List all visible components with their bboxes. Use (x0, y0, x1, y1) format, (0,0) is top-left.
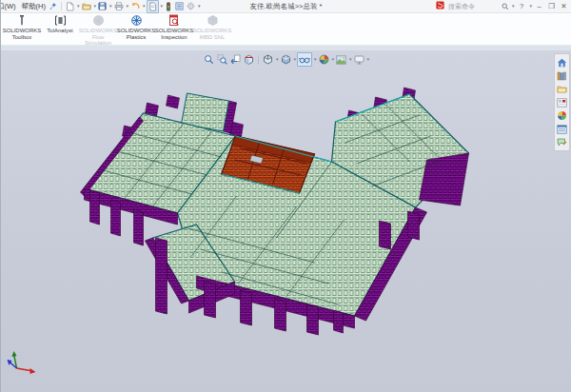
rebuild-traffic-light-button[interactable] (164, 1, 173, 12)
cm-label-line2: Toolbox (12, 34, 32, 41)
mbd-snl-icon (207, 14, 219, 27)
active-document-button[interactable] (147, 0, 159, 13)
new-dropdown-caret[interactable]: ▾ (77, 4, 80, 9)
view-settings-icon (354, 55, 364, 65)
solidworks-resources-button[interactable] (557, 57, 568, 68)
model-3d-view[interactable] (1, 50, 571, 392)
section-view-button[interactable] (243, 53, 255, 66)
properties-window-icon (557, 125, 567, 134)
menu-window[interactable]: 口(W) (0, 2, 19, 11)
save-dropdown-caret[interactable]: ▾ (109, 4, 112, 9)
design-library-button[interactable] (557, 70, 568, 81)
task-pane-toolbar (554, 53, 570, 151)
toolbox-icon (16, 14, 28, 27)
apply-scene-icon (336, 55, 346, 65)
cm-label-line1: TolAnalyst (47, 28, 72, 34)
options-gear-button[interactable] (186, 1, 196, 12)
hide-show-items-button[interactable] (297, 52, 312, 67)
zoom-to-area-icon (217, 54, 227, 65)
standard-toolbar: ▾ ▾ ▾ ▾ ▾ ▾ ▾ (65, 0, 201, 13)
title-bar: 口(W) 帮助(H) ▾ ▾ ▾ ▾ ▾ ▾ (1, 0, 571, 13)
cm-label-line2: Inspection (161, 34, 187, 41)
appearance-sphere-icon (557, 110, 567, 121)
view-settings-caret[interactable]: ▾ (367, 57, 370, 62)
cm-label-line2: MBD SNL (200, 34, 226, 41)
apply-scene-caret[interactable]: ▾ (349, 57, 352, 62)
options-dropdown-caret[interactable]: ▾ (198, 4, 201, 9)
plastics-icon (130, 14, 143, 27)
search-icon[interactable] (502, 3, 509, 10)
minimize-button[interactable]: – (534, 2, 544, 10)
zoom-to-fit-button[interactable] (203, 53, 215, 66)
pin-menu-icon[interactable] (49, 1, 58, 12)
open-dropdown-caret[interactable]: ▾ (94, 4, 97, 9)
cm-label-line2: Flow Simulation (79, 34, 117, 47)
zoom-to-fit-icon (204, 54, 214, 65)
apply-scene-button[interactable] (335, 53, 347, 66)
new-document-button[interactable] (65, 1, 75, 12)
edit-appearance-caret[interactable]: ▾ (332, 57, 335, 62)
view-settings-button[interactable] (353, 53, 365, 66)
forum-chat-icon (557, 138, 567, 147)
close-button[interactable]: ✕ (559, 2, 569, 10)
command-manager: SOLIDWORKS Toolbox TolAnalyst SOLIDWORKS… (1, 12, 571, 46)
zoom-to-area-button[interactable] (216, 53, 228, 66)
cm-button-mbd-snl: SOLIDWORKS MBD SNL (193, 12, 231, 45)
previous-view-button[interactable] (229, 53, 242, 66)
menu-help[interactable]: 帮助(H) (19, 2, 49, 11)
solidworks-window: 口(W) 帮助(H) ▾ ▾ ▾ ▾ ▾ ▾ (0, 0, 571, 392)
previous-view-icon (230, 54, 241, 65)
appearances-scenes-button[interactable] (557, 110, 568, 121)
view-palette-button[interactable] (557, 97, 568, 108)
view-orientation-caret[interactable]: ▾ (276, 57, 279, 62)
graphics-viewport[interactable]: ▾ ▾ ▾ ▾ ▾ ▾ (1, 50, 571, 392)
display-style-icon (281, 54, 291, 65)
display-style-caret[interactable]: ▾ (294, 57, 297, 62)
hide-show-items-icon (299, 55, 310, 65)
cm-button-flow-simulation: SOLIDWORKS Flow Simulation (79, 12, 117, 45)
flow-simulation-icon (92, 14, 105, 27)
titlebar-right-controls: ▾ ? ▾ – ❐ ✕ (436, 1, 571, 11)
file-properties-button[interactable] (174, 1, 185, 12)
command-search: ▾ (446, 2, 515, 10)
edit-appearance-button[interactable] (318, 53, 330, 66)
cm-button-solidworks-toolbox[interactable]: SOLIDWORKS Toolbox (3, 12, 41, 45)
cm-button-inspection[interactable]: SOLIDWORKS Inspection (155, 12, 193, 45)
edit-appearance-icon (319, 54, 329, 65)
drawing-palette-icon (557, 98, 567, 108)
print-dropdown-caret[interactable]: ▾ (127, 4, 129, 9)
home-icon (557, 58, 567, 68)
inspection-icon (168, 14, 180, 27)
heads-up-view-toolbar: ▾ ▾ ▾ ▾ ▾ ▾ (203, 52, 369, 67)
command-manager-tab-strip (1, 46, 571, 50)
search-dropdown-caret[interactable]: ▾ (512, 4, 515, 9)
active-document-caret[interactable]: ▾ (161, 4, 164, 9)
restore-button[interactable]: ❐ (546, 2, 557, 10)
cm-label-line2: Plastics (127, 34, 147, 41)
help-button[interactable]: ? (516, 2, 526, 10)
hide-show-items-caret[interactable]: ▾ (314, 57, 317, 62)
view-orientation-icon (263, 54, 273, 65)
books-icon (557, 71, 567, 81)
hud-separator (258, 55, 259, 65)
save-button[interactable] (97, 1, 108, 12)
view-orientation-button[interactable] (262, 53, 274, 66)
command-search-input[interactable] (446, 2, 500, 10)
cm-button-plastics[interactable]: SOLIDWORKS Plastics (117, 12, 155, 45)
undo-dropdown-caret[interactable]: ▾ (143, 4, 146, 9)
cm-button-tolanalyst[interactable]: TolAnalyst (41, 12, 79, 45)
solidworks-forum-button[interactable] (557, 137, 568, 147)
custom-properties-button[interactable] (557, 124, 568, 134)
section-view-icon (244, 54, 254, 65)
undo-button[interactable] (129, 1, 141, 12)
folder-icon (557, 85, 567, 93)
open-document-button[interactable] (81, 1, 92, 12)
reference-triad (8, 351, 36, 374)
file-explorer-button[interactable] (557, 84, 568, 94)
solidworks-logo-icon (436, 1, 444, 11)
display-style-button[interactable] (280, 53, 292, 66)
titlebar-separator (61, 2, 62, 10)
tolanalyst-icon (54, 14, 67, 27)
help-dropdown-caret[interactable]: ▾ (529, 4, 532, 9)
print-button[interactable] (113, 1, 125, 12)
